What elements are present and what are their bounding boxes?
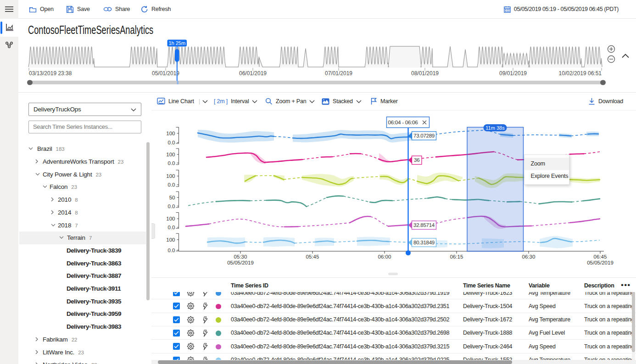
svg-text:05:45: 05:45	[306, 254, 319, 259]
svg-text:100: 100	[166, 131, 175, 136]
svg-text:73.07289: 73.07289	[413, 132, 435, 138]
svg-text:07/01/2019: 07/01/2019	[325, 70, 352, 77]
svg-text:100: 100	[166, 152, 175, 157]
svg-text:100: 100	[166, 237, 175, 243]
svg-text:06:15: 06:15	[450, 254, 463, 259]
svg-text:50: 50	[169, 195, 175, 200]
svg-text:05:30: 05:30	[234, 254, 247, 259]
svg-text:09/01/2019: 09/01/2019	[499, 70, 527, 77]
svg-text:06:00: 06:00	[378, 254, 391, 259]
svg-text:0.0: 0.0	[168, 182, 175, 188]
svg-text:06:45: 06:45	[594, 254, 607, 259]
svg-text:36: 36	[414, 157, 419, 163]
svg-text:06:04 - 06:06: 06:04 - 06:06	[388, 119, 418, 126]
svg-text:05/05/2019: 05/05/2019	[587, 260, 614, 265]
svg-text:100: 100	[166, 173, 175, 179]
svg-text:0.0: 0.0	[168, 225, 175, 230]
svg-text:06:30: 06:30	[522, 254, 536, 259]
svg-text:11m 38s: 11m 38s	[485, 125, 505, 131]
svg-text:08/01/2019: 08/01/2019	[411, 70, 439, 77]
svg-text:10/02/2019 06:51: 10/02/2019 06:51	[559, 70, 602, 77]
svg-text:05/01/2019: 05/01/2019	[152, 70, 179, 77]
svg-text:0.0: 0.0	[168, 204, 175, 209]
svg-text:0.0: 0.0	[168, 160, 175, 166]
svg-text:100: 100	[166, 216, 175, 221]
svg-text:03/13/2019 23:38: 03/13/2019 23:38	[29, 70, 72, 77]
svg-text:80.31849: 80.31849	[413, 239, 435, 245]
svg-text:0.0: 0.0	[168, 140, 175, 145]
svg-text:06/01/2019: 06/01/2019	[239, 70, 267, 77]
svg-text:32.85714: 32.85714	[413, 222, 435, 228]
svg-text:0.0: 0.0	[168, 248, 175, 253]
svg-text:05/05/2019: 05/05/2019	[227, 260, 254, 265]
svg-text:1h 25m: 1h 25m	[168, 40, 185, 46]
